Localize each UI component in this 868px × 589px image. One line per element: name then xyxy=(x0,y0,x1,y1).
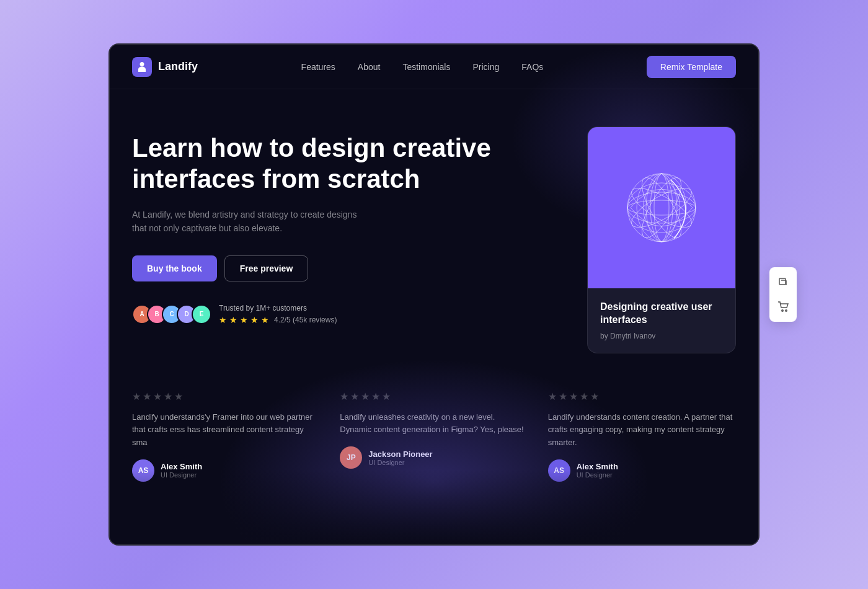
nav-features[interactable]: Features xyxy=(301,62,335,72)
review-card-3: ★ ★ ★ ★ ★ Landify understands content cr… xyxy=(548,391,736,482)
avatar-5: E xyxy=(192,304,211,324)
svg-point-4 xyxy=(646,174,677,242)
book-cover xyxy=(588,127,735,288)
review-card-2: ★ ★ ★ ★ ★ Landify unleashes creativity o… xyxy=(340,391,528,482)
side-panel-wrapper xyxy=(769,267,797,322)
logo-text: Landify xyxy=(158,60,198,73)
reviews-section: ★ ★ ★ ★ ★ Landify understands'y Framer i… xyxy=(110,378,758,494)
main-content: Learn how to design creative interfaces … xyxy=(110,89,758,378)
r3-star2: ★ xyxy=(559,391,567,402)
r3-star1: ★ xyxy=(548,391,557,402)
reviewer-role-3: UI Designer xyxy=(577,471,618,479)
svg-point-14 xyxy=(786,310,787,311)
remix-template-button[interactable]: Remix Template xyxy=(647,56,736,78)
review-text-1: Landify understands'y Framer into our we… xyxy=(132,411,320,450)
nav-links: Features About Testimonials Pricing FAQs xyxy=(301,62,544,72)
side-panel-icon-1[interactable] xyxy=(772,271,794,293)
side-panel xyxy=(769,267,797,322)
r2-star2: ★ xyxy=(350,391,359,402)
navbar: Landify Features About Testimonials Pric… xyxy=(110,45,758,89)
r1-star5: ★ xyxy=(174,391,183,402)
review-text-3: Landify understands content creation. A … xyxy=(548,411,736,450)
r2-star5: ★ xyxy=(382,391,391,402)
r2-star3: ★ xyxy=(361,391,370,402)
reviewer-info-2: Jackson Pioneer UI Designer xyxy=(368,450,432,466)
proof-text: Trusted by 1M+ customers ★ ★ ★ ★ ★ 4.2/5… xyxy=(219,304,337,325)
r3-star5: ★ xyxy=(590,391,599,402)
star-5: ★ xyxy=(261,315,269,325)
nav-about[interactable]: About xyxy=(358,62,381,72)
star-1: ★ xyxy=(219,315,227,325)
star-4: ★ xyxy=(250,315,259,325)
r1-star2: ★ xyxy=(143,391,151,402)
star-3: ★ xyxy=(240,315,248,325)
review-stars-2: ★ ★ ★ ★ ★ xyxy=(340,391,528,402)
reviewer-role-1: UI Designer xyxy=(161,471,202,479)
book-card: Designing creative user interfaces by Dm… xyxy=(587,126,736,353)
nav-pricing[interactable]: Pricing xyxy=(472,62,499,72)
nav-testimonials[interactable]: Testimonials xyxy=(402,62,450,72)
svg-point-9 xyxy=(650,174,673,242)
reviewer-info-3: Alex Smith UI Designer xyxy=(577,462,618,479)
buy-book-button[interactable]: Buy the book xyxy=(132,255,217,281)
stars-row: ★ ★ ★ ★ ★ 4.2/5 (45k reviews) xyxy=(219,315,337,325)
book-info: Designing creative user interfaces by Dm… xyxy=(588,288,735,353)
hero-right: Designing creative user interfaces by Dm… xyxy=(587,126,736,353)
r1-star3: ★ xyxy=(153,391,162,402)
logo-svg xyxy=(136,61,148,73)
side-panel-icon-2[interactable] xyxy=(772,296,794,318)
r2-star4: ★ xyxy=(371,391,380,402)
reviewer-avatar-1: AS xyxy=(132,459,154,482)
svg-rect-12 xyxy=(779,278,786,285)
reviewer-info-1: Alex Smith UI Designer xyxy=(161,462,202,479)
svg-point-5 xyxy=(654,174,669,242)
reviewer-2: JP Jackson Pioneer UI Designer xyxy=(340,446,528,469)
reviewer-name-1: Alex Smith xyxy=(161,462,202,471)
review-stars-1: ★ ★ ★ ★ ★ xyxy=(132,391,320,402)
proof-label: Trusted by 1M+ customers xyxy=(219,304,337,312)
hero-title: Learn how to design creative interfaces … xyxy=(132,133,562,195)
reviewer-avatar-2: JP xyxy=(340,446,362,469)
hero-subtitle: At Landify, we blend artistry and strate… xyxy=(132,208,368,236)
nav-faqs[interactable]: FAQs xyxy=(521,62,543,72)
r1-star4: ★ xyxy=(164,391,172,402)
star-2: ★ xyxy=(229,315,237,325)
reviewer-name-2: Jackson Pioneer xyxy=(368,450,432,459)
reviewer-role-2: UI Designer xyxy=(368,459,432,466)
reviewer-1: AS Alex Smith UI Designer xyxy=(132,459,320,482)
rating-text: 4.2/5 (45k reviews) xyxy=(274,316,337,324)
free-preview-button[interactable]: Free preview xyxy=(224,255,309,281)
review-stars-3: ★ ★ ★ ★ ★ xyxy=(548,391,736,402)
r3-star3: ★ xyxy=(569,391,578,402)
avatars-group: A B C D E xyxy=(132,304,211,324)
book-title: Designing creative user interfaces xyxy=(600,301,723,327)
cta-buttons: Buy the book Free preview xyxy=(132,255,562,281)
book-cover-illustration xyxy=(612,158,711,257)
hero-left: Learn how to design creative interfaces … xyxy=(132,126,562,353)
reviewer-avatar-3: AS xyxy=(548,459,570,482)
reviewer-name-3: Alex Smith xyxy=(577,462,618,471)
review-card-1: ★ ★ ★ ★ ★ Landify understands'y Framer i… xyxy=(132,391,320,482)
social-proof: A B C D E Trusted by 1M+ customers ★ ★ ★… xyxy=(132,304,562,325)
book-author: by Dmytri Ivanov xyxy=(600,332,723,340)
logo-icon xyxy=(132,57,152,77)
browser-frame: Landify Features About Testimonials Pric… xyxy=(108,43,760,546)
r3-star4: ★ xyxy=(580,391,588,402)
review-text-2: Landify unleashes creativity on a new le… xyxy=(340,411,528,437)
reviewer-3: AS Alex Smith UI Designer xyxy=(548,459,736,482)
logo-area[interactable]: Landify xyxy=(132,57,198,77)
r1-star1: ★ xyxy=(132,391,141,402)
r2-star1: ★ xyxy=(340,391,348,402)
svg-point-13 xyxy=(782,310,783,311)
